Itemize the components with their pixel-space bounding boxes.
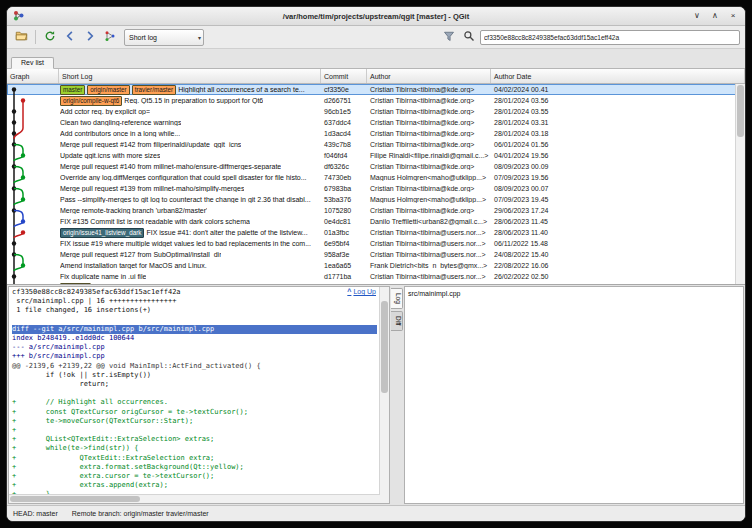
commit-author: Cristian Tibirna<tibirna@kde.org>: [367, 119, 491, 126]
commit-author: Cristian Tibirna<tibirna@kde.org>: [367, 86, 491, 93]
table-row[interactable]: Merge pull request #139 from millnet-mah…: [7, 183, 745, 194]
rev-list-scrollbar[interactable]: [735, 84, 745, 284]
view-mode-select[interactable]: Short log ▾: [124, 29, 204, 46]
column-header-short-log[interactable]: Short Log: [59, 69, 321, 83]
commit-author: Cristian Tibirna<tibirna@users.nor...>: [367, 273, 491, 280]
table-row[interactable]: Clean two dangling-reference warnings 63…: [7, 117, 745, 128]
close-button[interactable]: ×: [727, 10, 739, 22]
filter-button[interactable]: [440, 29, 458, 46]
tab-rev-list[interactable]: Rev list: [11, 57, 54, 69]
column-header-author[interactable]: Author: [367, 69, 491, 83]
table-row[interactable]: FIX #135 Commit list is not readable wit…: [7, 216, 745, 227]
log-panel-scrollbar-thumb[interactable]: [381, 301, 388, 393]
commit-subject: Merge remote-tracking branch 'urban82/ma…: [59, 207, 321, 214]
column-header-commit[interactable]: Commit: [321, 69, 367, 83]
table-row[interactable]: Amend installation target for MacOS and …: [7, 260, 745, 271]
commit-subject: Merge pull request #142 from filiperinal…: [59, 141, 321, 148]
log-up-label: Log Up: [353, 288, 376, 295]
log-panel-scrollbar[interactable]: [379, 287, 389, 503]
log-line: return;: [12, 380, 377, 389]
ref-badge: origin/master: [87, 85, 129, 95]
table-row[interactable]: origin/compile-w-qt6Req. Qt5.15 in prepa…: [7, 95, 745, 106]
log-up-link[interactable]: ^ Log Up: [344, 288, 376, 295]
table-row[interactable]: qgit-2.10Merge pull request #123 from ha…: [7, 282, 745, 284]
window-title: /var/home/tim/projects/upstream/qgit [ma…: [83, 12, 669, 21]
ref-badge: qgit-2.10: [60, 283, 91, 285]
maximize-button[interactable]: ∧: [709, 10, 721, 22]
commit-subject: FIX issue #19 where multiple widget valu…: [59, 240, 321, 247]
table-row[interactable]: Merge remote-tracking branch 'urban82/ma…: [7, 205, 745, 216]
table-row[interactable]: FIX issue #19 where multiple widget valu…: [7, 238, 745, 249]
back-button[interactable]: [61, 29, 79, 46]
table-row[interactable]: Add cctor req. by explicit op= 96cb1e5 C…: [7, 106, 745, 117]
forward-icon: [84, 28, 96, 46]
commit-sha: 439c7b8: [321, 141, 367, 148]
branches-button[interactable]: [101, 29, 119, 46]
table-row[interactable]: Override any log.diffMerges configuratio…: [7, 172, 745, 183]
log-line: + const QTextCursor origCursor = te->tex…: [12, 408, 377, 417]
log-line: + te->moveCursor(QTextCursor::Start);: [12, 417, 377, 426]
commit-sha: 0e4dc81: [321, 218, 367, 225]
log-panel-hscrollbar-thumb[interactable]: [10, 496, 140, 502]
log-line: 1 file changed, 16 insertions(+): [12, 306, 377, 315]
table-row[interactable]: Update qgit.icns with more sizes f046fd4…: [7, 150, 745, 161]
rev-list-scrollbar-thumb[interactable]: [737, 85, 744, 137]
commit-date: 04/01/2024 19.56: [491, 152, 745, 159]
commit-sha: 1d3acd4: [321, 130, 367, 137]
open-repo-button[interactable]: [12, 29, 30, 46]
side-tab-strip: Log Diff: [390, 285, 404, 505]
commit-date: 28/01/2024 03.18: [491, 130, 745, 137]
commit-subject: masterorigin/mastertravier/masterHighlig…: [59, 85, 321, 95]
minimize-button[interactable]: ∨: [691, 10, 703, 22]
ref-badge: origin/compile-w-qt6: [60, 96, 122, 106]
log-line: @@ -2139,6 +2139,22 @@ void MainImpl::Ac…: [12, 362, 377, 371]
log-panel-hscrollbar[interactable]: [9, 494, 380, 503]
commit-subject: Fix duplicate name in .ui file: [59, 273, 321, 280]
commit-author: Cristian Tibirna<tibirna@users.nor...>: [367, 240, 491, 247]
commit-graph: [7, 205, 59, 216]
table-row[interactable]: Merge pull request #142 from filiperinal…: [7, 139, 745, 150]
status-bar: HEAD: master Remote branch: origin/maste…: [7, 505, 745, 521]
commit-sha: 1ea6a65: [321, 262, 367, 269]
commit-date: 28/06/2023 11.45: [491, 218, 745, 225]
commit-date: 26/02/2022 02.50: [491, 273, 745, 280]
table-row[interactable]: Merge pull request #140 from millnet-mah…: [7, 161, 745, 172]
commit-date: 24/08/2022 15.40: [491, 251, 745, 258]
commit-author: Danilo Treffiletti<urban82@gmail.c...>: [367, 218, 491, 225]
commit-date: 29/06/2023 17.24: [491, 207, 745, 214]
file-item[interactable]: src/mainimpl.cpp: [408, 289, 740, 298]
column-header-author-date[interactable]: Author Date: [491, 69, 745, 83]
table-row[interactable]: Pass --simplify-merges to git log to cou…: [7, 194, 745, 205]
tabbar: Rev list: [7, 49, 745, 69]
search-button[interactable]: [460, 29, 478, 46]
commit-graph: [7, 249, 59, 260]
refresh-button[interactable]: [41, 29, 59, 46]
table-row[interactable]: Merge pull request #127 from SubOptimal/…: [7, 249, 745, 260]
commit-date: 28/06/2023 11.40: [491, 229, 745, 236]
forward-button[interactable]: [81, 29, 99, 46]
table-row[interactable]: Fix duplicate name in .ui file d1771ba C…: [7, 271, 745, 282]
commit-sha: d266751: [321, 97, 367, 104]
commit-sha: 6e95bf4: [321, 240, 367, 247]
rev-list: masterorigin/mastertravier/masterHighlig…: [7, 84, 745, 284]
commit-author: Cristian Tibirna<tibirna@users.nor...>: [367, 251, 491, 258]
commit-date: 22/08/2022 16.06: [491, 262, 745, 269]
tab-log[interactable]: Log: [391, 288, 403, 309]
sha-filter-input[interactable]: [480, 30, 740, 45]
minimize-icon: ∨: [694, 11, 700, 20]
table-row[interactable]: Add contributors once in a long while...…: [7, 128, 745, 139]
commit-sha: 637ddc4: [321, 119, 367, 126]
commit-date: 07/09/2023 19.45: [491, 196, 745, 203]
column-header-graph[interactable]: Graph: [7, 69, 59, 83]
tab-diff[interactable]: Diff: [391, 311, 403, 331]
commit-graph: [7, 117, 59, 128]
titlebar[interactable]: /var/home/tim/projects/upstream/qgit [ma…: [7, 7, 745, 26]
table-row[interactable]: masterorigin/mastertravier/masterHighlig…: [7, 84, 745, 95]
commit-sha: cf3350e: [321, 86, 367, 93]
commit-author: Cristian Tibirna<tibirna@kde.org>: [367, 130, 491, 137]
commit-subject: Add cctor req. by explicit op=: [59, 108, 321, 115]
table-row[interactable]: origin/issue41_listview_darkFIX issue #4…: [7, 227, 745, 238]
commit-graph: [7, 216, 59, 227]
commit-subject: Merge pull request #127 from SubOptimal/…: [59, 251, 321, 258]
log-line: +: [12, 426, 377, 435]
